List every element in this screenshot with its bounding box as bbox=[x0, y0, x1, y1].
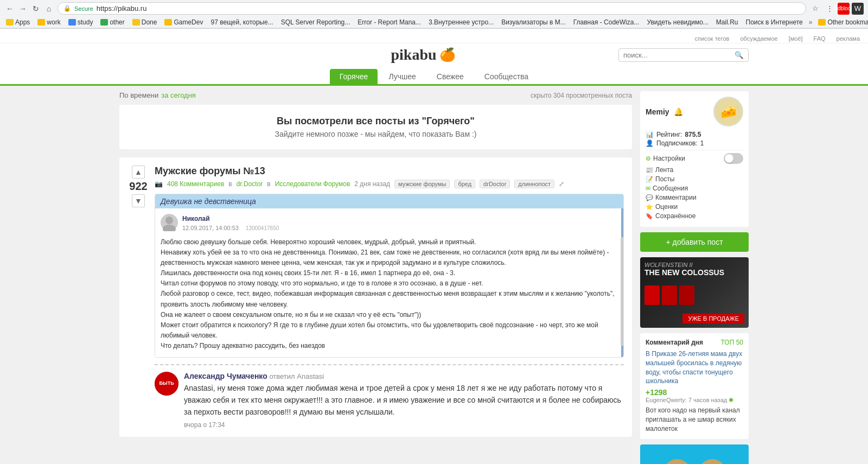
refresh-button[interactable]: ↻ bbox=[30, 3, 41, 14]
tag-mf[interactable]: мужские форумы bbox=[394, 180, 450, 188]
tab-best[interactable]: Лучшее bbox=[379, 69, 425, 84]
header-right: 🔍 bbox=[618, 48, 749, 62]
tab-fresh[interactable]: Свежее bbox=[427, 69, 474, 84]
sidebar-toggle[interactable] bbox=[724, 153, 743, 164]
wolfenstein-ad[interactable]: WOLFENSTEIN II THE NEW COLOSSUS УЖЕ В ПР… bbox=[640, 257, 749, 328]
bookmark-work[interactable]: work bbox=[36, 18, 62, 27]
bookmark-gamedev[interactable]: GameDev bbox=[163, 18, 205, 27]
all-hot-message: Вы посмотрели все посты из "Горячего" За… bbox=[119, 105, 632, 149]
bookmark-folder-icon bbox=[132, 19, 140, 26]
back-button[interactable]: ← bbox=[4, 3, 15, 14]
sidebar-link-feed[interactable]: 📰 Лента bbox=[646, 166, 743, 174]
cod-top50-link[interactable]: ТОП 50 bbox=[721, 339, 743, 346]
cod-article-link[interactable]: В Приказе 26-летняя мама двух малышей бр… bbox=[646, 350, 742, 385]
user-profile-button[interactable]: W bbox=[852, 3, 864, 15]
comment-text: Anastasi, ну меня тоже дома ждет любимая… bbox=[184, 382, 624, 418]
add-post-button[interactable]: + добавить пост bbox=[640, 232, 749, 252]
upvote-button[interactable]: ▲ bbox=[132, 166, 145, 179]
bookmark-other-label: Other bookmarks bbox=[827, 18, 868, 26]
cookie-left-svg bbox=[661, 457, 693, 464]
bookmark-other-folder-icon bbox=[818, 19, 826, 26]
relations-ad[interactable]: ♥ ♥ ИСТОРИИ ОБ ОТНОШЕНИЯХ bbox=[640, 444, 749, 464]
tag-dr[interactable]: drDoctor bbox=[480, 180, 510, 188]
bookmark-error[interactable]: Error - Report Mana... bbox=[356, 18, 423, 27]
filter-today-link[interactable]: за сегодня bbox=[161, 91, 196, 99]
sidebar-user-card: Memiy 🔔 🧀 📊 Рейтинг: 875.5 👤 Подписчиков… bbox=[640, 91, 749, 227]
sidebar-link-saved[interactable]: 🔖 Сохранённое bbox=[646, 212, 743, 220]
notification-bell-icon[interactable]: 🔔 bbox=[674, 107, 683, 116]
bookmark-study[interactable]: study bbox=[67, 18, 95, 27]
header-row: pikabu 🍊 🔍 bbox=[114, 43, 754, 66]
svg-point-1 bbox=[163, 225, 176, 231]
sidebar-link-settings[interactable]: ⚙ Настройки bbox=[646, 155, 685, 162]
bookmark-sql[interactable]: SQL Server Reporting... bbox=[279, 18, 352, 27]
bookmark-done[interactable]: Done bbox=[131, 18, 159, 27]
bookmark-other-folder[interactable]: Other bookmarks bbox=[816, 18, 868, 27]
top-link-mine[interactable]: [моё] bbox=[789, 35, 803, 42]
sidebar: Memiy 🔔 🧀 📊 Рейтинг: 875.5 👤 Подписчиков… bbox=[640, 91, 749, 464]
bookmark-uv[interactable]: Увидеть невидимо... bbox=[645, 18, 710, 27]
top-link-faq[interactable]: FAQ bbox=[814, 35, 826, 42]
main-layout: По времени за сегодня скрыто 304 просмот… bbox=[114, 86, 754, 464]
post-card: ▲ 922 ▼ Мужские форумы №13 📷 408 Коммент… bbox=[119, 157, 632, 437]
top-link-tags[interactable]: список тегов bbox=[694, 35, 729, 42]
tab-communities[interactable]: Сообщества bbox=[475, 69, 538, 84]
home-button[interactable]: ⌂ bbox=[43, 3, 54, 14]
browser-chrome: ← → ↻ ⌂ 🔒 Secure https://pikabu.ru ☆ ⋮ A… bbox=[0, 0, 868, 29]
preview-user-info: Николай 12.09.2017, 14:00:53 13000417650 bbox=[182, 214, 279, 233]
bookmark-more[interactable]: » bbox=[809, 18, 813, 26]
search-input[interactable] bbox=[623, 51, 732, 59]
bookmark-codewiz[interactable]: Главная - CodeWiza... bbox=[572, 18, 641, 27]
tag-long[interactable]: длиннопост bbox=[514, 180, 554, 188]
top-link-ads[interactable]: реклама bbox=[837, 35, 860, 42]
filter-time-text: По времени bbox=[119, 91, 158, 99]
downvote-button[interactable]: ▼ bbox=[132, 194, 145, 207]
filter-bar: По времени за сегодня скрыто 304 просмот… bbox=[119, 91, 632, 99]
wolfenstein-buy-button[interactable]: УЖЕ В ПРОДАЖЕ bbox=[682, 314, 744, 323]
extensions-button[interactable]: Adblock bbox=[838, 3, 850, 15]
sidebar-link-comments[interactable]: 💬 Комментарии bbox=[646, 194, 743, 201]
logo-emoji: 🍊 bbox=[439, 47, 456, 62]
address-bar[interactable]: 🔒 Secure https://pikabu.ru bbox=[58, 2, 806, 15]
tab-hot[interactable]: Горячее bbox=[330, 69, 378, 84]
nav-tabs: Горячее Лучшее Свежее Сообщества bbox=[330, 69, 538, 84]
bookmark-other[interactable]: other bbox=[99, 18, 126, 27]
secure-icon: 🔒 bbox=[63, 5, 71, 12]
top-link-discussed[interactable]: обсуждаемое bbox=[740, 35, 777, 42]
sidebar-link-messages[interactable]: ✉ Сообщения bbox=[646, 185, 743, 192]
community-link[interactable]: Исследователи Форумов bbox=[275, 180, 350, 188]
bookmark-label: Визуализаторы в М... bbox=[501, 18, 566, 26]
vote-section: ▲ 922 ▼ bbox=[127, 166, 149, 207]
preview-text: Люблю свою девушку больше себя. Невероят… bbox=[161, 237, 616, 352]
search-bar[interactable]: 🔍 bbox=[618, 48, 749, 62]
bookmark-folder-icon bbox=[6, 19, 14, 26]
post-header: ▲ 922 ▼ Мужские форумы №13 📷 408 Коммент… bbox=[127, 166, 624, 429]
bookmark-visual[interactable]: Визуализаторы в М... bbox=[500, 18, 567, 27]
subscribers-value: 1 bbox=[700, 139, 704, 147]
author-link[interactable]: dr.Doctor bbox=[237, 180, 263, 188]
comment-item: Memiy БЫТЬ Александр Чумаченко ответил A… bbox=[155, 372, 624, 429]
url-text: https://pikabu.ru bbox=[97, 4, 800, 12]
preview-username: Николай bbox=[182, 214, 279, 224]
search-button[interactable]: 🔍 bbox=[735, 51, 744, 59]
preview-avatar bbox=[161, 214, 178, 231]
secure-label: Secure bbox=[74, 5, 93, 12]
browser-icons: ☆ ⋮ Adblock W bbox=[809, 3, 864, 15]
bookmark-mailru[interactable]: Mail.Ru bbox=[714, 18, 740, 27]
sidebar-link-ratings[interactable]: ⭐ Оценки bbox=[646, 203, 743, 211]
bookmark-label: Done bbox=[142, 18, 157, 26]
forward-button[interactable]: → bbox=[17, 3, 28, 14]
bookmark-search[interactable]: Поиск в Интернете bbox=[744, 18, 805, 27]
post-title[interactable]: Мужские форумы №13 bbox=[155, 166, 624, 177]
subscribers-label: Подписчиков: bbox=[656, 139, 698, 147]
bookmark-apps[interactable]: Apps bbox=[4, 18, 31, 27]
comments-link[interactable]: 408 Комментариев bbox=[167, 180, 224, 188]
bookmark-star-button[interactable]: ☆ bbox=[809, 3, 821, 15]
bookmark-3[interactable]: 3.Внутреннее устро... bbox=[427, 18, 495, 27]
bookmark-folder-icon bbox=[164, 19, 172, 26]
bookmark-label: 3.Внутреннее устро... bbox=[429, 18, 494, 26]
sidebar-link-posts[interactable]: 📝 Посты bbox=[646, 175, 743, 183]
expand-icon[interactable]: ⤢ bbox=[559, 180, 564, 188]
bookmark-97[interactable]: 97 вещей, которые... bbox=[209, 18, 275, 27]
tag-bred[interactable]: бред bbox=[454, 180, 475, 188]
